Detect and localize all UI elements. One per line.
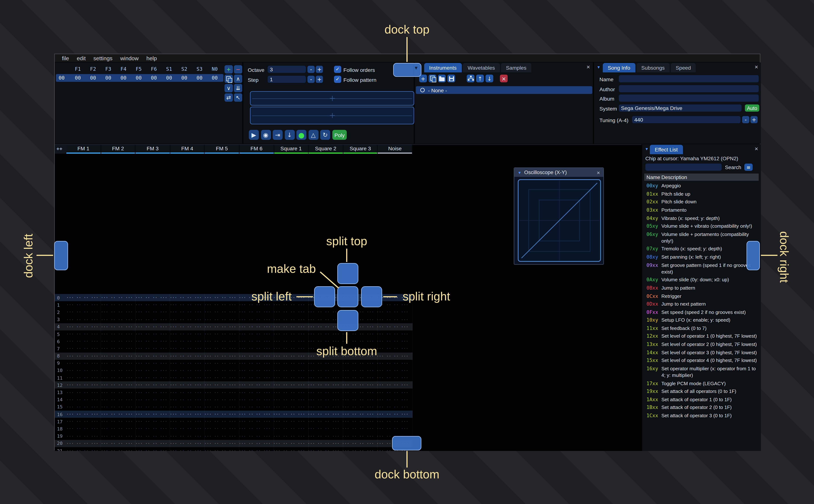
- order-value-cell[interactable]: 00: [161, 75, 177, 81]
- split-target-bottom[interactable]: [337, 310, 358, 331]
- instruments-tab[interactable]: Samples: [501, 63, 532, 72]
- channel-header[interactable]: Square 2: [308, 145, 343, 154]
- effect-row[interactable]: 0Bxx Jump to pattern: [644, 284, 759, 292]
- album-input[interactable]: [619, 95, 759, 102]
- menu-item[interactable]: file: [58, 55, 73, 61]
- instruments-tab[interactable]: Wavetables: [463, 63, 500, 72]
- channel-header[interactable]: Square 1: [274, 145, 309, 154]
- move-instrument-up-button[interactable]: ↑: [476, 75, 484, 82]
- song-info-tab[interactable]: Speed: [671, 63, 696, 72]
- effect-row[interactable]: 02xx Pitch slide down: [644, 198, 759, 206]
- effect-row[interactable]: 1Cxx Set attack of operator 3 (0 to 1F): [644, 412, 759, 420]
- effect-row[interactable]: 15xx Set level of operator 4 (0 highest,…: [644, 356, 759, 365]
- order-value-cell[interactable]: 00: [85, 75, 101, 81]
- order-value-cell[interactable]: 00: [116, 75, 131, 81]
- dock-target-left[interactable]: [54, 241, 68, 270]
- pattern-row[interactable]: 2 ··· ·· ·· ··· ··· ·· ·· ··· ··· ·· ·· …: [55, 309, 413, 316]
- open-instrument-button[interactable]: [438, 75, 446, 82]
- effect-row[interactable]: 08xy Set panning (x: left; y: right): [644, 253, 759, 261]
- split-target-right[interactable]: [361, 286, 382, 307]
- song-info-tab[interactable]: Subsongs: [636, 63, 670, 72]
- pattern-corner-button[interactable]: ++: [55, 145, 66, 154]
- order-value-cell[interactable]: 00: [70, 75, 85, 81]
- duplicate-order-end-button[interactable]: ⇊: [234, 84, 242, 92]
- pattern-row[interactable]: 3 ··· ·· ·· ··· ··· ·· ·· ··· ··· ·· ·· …: [55, 316, 413, 323]
- pattern-row[interactable]: 15 ··· ·· ·· ··· ··· ·· ·· ··· ··· ·· ··…: [55, 403, 413, 411]
- channel-header[interactable]: FM 5: [205, 145, 239, 154]
- menu-item[interactable]: help: [142, 55, 161, 61]
- effect-row[interactable]: 12xx Set level of operator 1 (0 highest,…: [644, 332, 759, 340]
- author-input[interactable]: [619, 85, 759, 92]
- tuning-input[interactable]: 440: [632, 116, 740, 123]
- effect-search-input[interactable]: [645, 164, 722, 171]
- step-input[interactable]: 1: [268, 76, 306, 83]
- effect-row[interactable]: 01xx Pitch slide up: [644, 190, 759, 198]
- effect-row[interactable]: 07xy Tremolo (x: speed; y: depth): [644, 245, 759, 253]
- pattern-row[interactable]: 17 ··· ·· ·· ··· ··· ·· ·· ··· ··· ·· ··…: [55, 418, 413, 425]
- close-icon[interactable]: ×: [597, 169, 600, 176]
- pattern-row[interactable]: 4 ··· ·· ·· ··· ··· ·· ·· ··· ··· ·· ·· …: [55, 323, 413, 330]
- instruments-tab[interactable]: Instruments: [424, 63, 462, 72]
- effect-row[interactable]: 0Cxx Retrigger: [644, 292, 759, 300]
- effect-row[interactable]: 13xx Set level of operator 2 (0 highest,…: [644, 340, 759, 348]
- repeat-pattern-toggle[interactable]: ↻: [320, 130, 330, 140]
- name-input[interactable]: [619, 75, 759, 82]
- tuning-decrease-button[interactable]: -: [742, 116, 749, 123]
- play-one-row-button[interactable]: ⇥: [273, 130, 282, 140]
- octave-decrease-button[interactable]: -: [307, 66, 315, 73]
- pattern-row[interactable]: 1 ··· ·· ·· ··· ··· ·· ·· ··· ··· ·· ·· …: [55, 301, 413, 309]
- move-order-up-button[interactable]: ∧: [234, 75, 242, 83]
- pattern-row[interactable]: 12 ··· ·· ·· ··· ··· ·· ·· ··· ··· ·· ··…: [55, 381, 413, 389]
- dock-target-right[interactable]: [747, 241, 760, 270]
- effect-row[interactable]: 06xy Volume slide + portamento (compatib…: [644, 230, 759, 245]
- channel-header[interactable]: FM 4: [170, 145, 205, 154]
- effect-row[interactable]: 03xx Portamento: [644, 206, 759, 214]
- add-order-button[interactable]: +: [224, 65, 233, 74]
- split-target-top[interactable]: [337, 263, 358, 284]
- instrument-list-item[interactable]: - None -: [416, 86, 592, 94]
- menu-item[interactable]: window: [116, 55, 142, 61]
- move-instrument-down-button[interactable]: ↓: [486, 75, 493, 82]
- effect-row[interactable]: 16xy Set operator multiplier (x: operato…: [644, 365, 759, 379]
- menu-item[interactable]: settings: [90, 55, 116, 61]
- channel-header[interactable]: FM 6: [239, 145, 274, 154]
- order-select-mode-button[interactable]: ↖: [234, 93, 242, 102]
- effect-row[interactable]: 11xx Set feedback (0 to 7): [644, 324, 759, 332]
- auto-system-button[interactable]: Auto: [745, 104, 759, 112]
- tuning-increase-button[interactable]: +: [750, 116, 758, 123]
- step-decrease-button[interactable]: -: [307, 76, 315, 83]
- pattern-row[interactable]: 6 ··· ·· ·· ··· ··· ·· ·· ··· ··· ·· ·· …: [55, 338, 413, 345]
- menu-item[interactable]: edit: [73, 55, 89, 61]
- collapse-icon[interactable]: ▼: [518, 171, 522, 174]
- effect-row[interactable]: 09xx Set groove pattern (speed 1 if no g…: [644, 261, 759, 276]
- effect-list-tab[interactable]: Effect List: [650, 145, 683, 154]
- effect-row[interactable]: 14xx Set level of operator 3 (0 highest,…: [644, 348, 759, 356]
- effect-row[interactable]: 05xy Volume slide + vibrato (compatibili…: [644, 222, 759, 230]
- hamburger-icon[interactable]: ≡: [744, 164, 753, 171]
- pattern-row[interactable]: 19 ··· ·· ·· ··· ··· ·· ·· ··· ··· ·· ··…: [55, 433, 413, 440]
- play-button[interactable]: ▶: [249, 130, 259, 140]
- metronome-toggle[interactable]: △: [308, 130, 318, 140]
- close-icon[interactable]: ×: [587, 64, 590, 70]
- move-order-down-button[interactable]: ∨: [224, 84, 233, 92]
- make-tab-target[interactable]: [337, 286, 358, 307]
- effect-row[interactable]: 0Fxx Set speed (speed 2 if no grooves ex…: [644, 308, 759, 316]
- effect-row[interactable]: 04xy Vibrato (x: speed; y: depth): [644, 214, 759, 222]
- toggle-folders-button[interactable]: [467, 75, 475, 82]
- save-instrument-button[interactable]: [448, 75, 455, 82]
- delete-instrument-button[interactable]: ×: [500, 75, 508, 82]
- tab-overflow-icon[interactable]: ▾: [415, 65, 418, 71]
- octave-increase-button[interactable]: +: [316, 66, 323, 73]
- order-value-cell[interactable]: 00: [101, 75, 116, 81]
- channel-header[interactable]: FM 3: [136, 145, 170, 154]
- effect-row[interactable]: 0Dxx Jump to next pattern: [644, 300, 759, 308]
- channel-header[interactable]: Square 3: [343, 145, 378, 154]
- effect-row[interactable]: 1Bxx Set attack of operator 2 (0 to 1F): [644, 403, 759, 412]
- effect-row[interactable]: 00xy Arpeggio: [644, 182, 759, 190]
- edit-record-toggle[interactable]: ●: [296, 130, 306, 140]
- pattern-row[interactable]: 11 ··· ·· ·· ··· ··· ·· ·· ··· ··· ·· ··…: [55, 374, 413, 381]
- pattern-row[interactable]: 20 ··· ·· ·· ··· ··· ·· ·· ··· ··· ·· ··…: [55, 440, 413, 447]
- effect-row[interactable]: 17xx Toggle PCM mode (LEGACY): [644, 379, 759, 387]
- order-value-cell[interactable]: 00: [177, 75, 192, 81]
- order-value-cell[interactable]: 00: [207, 75, 222, 81]
